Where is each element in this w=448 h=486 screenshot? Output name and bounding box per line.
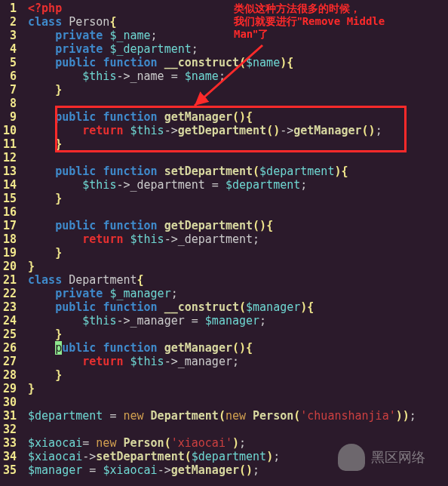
line-number: 27 bbox=[0, 355, 17, 368]
semi: ; bbox=[300, 178, 307, 192]
brace-close: } bbox=[55, 83, 62, 97]
semi: ; bbox=[410, 409, 416, 423]
string-chuanshanjia: 'chuanshanjia' bbox=[300, 409, 395, 423]
prop-name: $_name bbox=[109, 29, 150, 42]
line-number: 21 bbox=[0, 273, 17, 287]
arrow-op: -> bbox=[164, 232, 178, 246]
line-number: 13 bbox=[0, 165, 17, 178]
paren-close: ) bbox=[300, 300, 307, 314]
line-number: 35 bbox=[0, 463, 17, 477]
line-number: 1 bbox=[0, 2, 17, 15]
annotation-line3-en: Man bbox=[234, 28, 253, 40]
line-number: 11 bbox=[0, 137, 17, 151]
semi: ; bbox=[253, 463, 259, 477]
var-xiaocai: $xiaocai bbox=[103, 463, 157, 477]
line-number: 32 bbox=[0, 423, 17, 436]
member-department: _department bbox=[178, 232, 253, 246]
token-php-open: <?php bbox=[28, 2, 62, 15]
token-private: private bbox=[55, 42, 103, 56]
line-number: 26 bbox=[0, 341, 17, 355]
token-class: class bbox=[28, 273, 62, 287]
annotation-line3-suffix: "了 bbox=[253, 28, 268, 40]
token-return: return bbox=[82, 355, 123, 368]
member-department: _department bbox=[130, 178, 205, 192]
paren-close: ) bbox=[266, 450, 273, 463]
annotation-line1: 类似这种方法很多的时候， bbox=[234, 2, 385, 15]
paren-close: ) bbox=[239, 341, 246, 355]
token-function: function bbox=[103, 56, 157, 69]
highlight-box bbox=[55, 106, 407, 152]
semi: ; bbox=[253, 232, 259, 246]
string-xiaocai: 'xiaocai' bbox=[171, 436, 232, 450]
var-department: $department bbox=[192, 450, 266, 463]
paren-open: ( bbox=[253, 219, 259, 232]
var-xiaocai: $xiaocai bbox=[28, 450, 82, 463]
token-function: function bbox=[103, 300, 157, 314]
annotation-line2-prefix: 我们就要进行" bbox=[234, 15, 302, 27]
line-number: 3 bbox=[0, 29, 17, 42]
param-manager: $manager bbox=[246, 300, 300, 314]
brace-open: { bbox=[266, 219, 273, 232]
arrow-op: -> bbox=[116, 178, 130, 192]
line-number: 25 bbox=[0, 328, 17, 341]
this: $this bbox=[82, 178, 116, 192]
var-department: $department bbox=[28, 409, 103, 423]
prop-manager: $_manager bbox=[109, 287, 170, 300]
member-manager: _manager bbox=[178, 355, 232, 368]
line-number: 10 bbox=[0, 124, 17, 137]
paren-open: ( bbox=[232, 341, 239, 355]
token-function: function bbox=[103, 219, 157, 232]
paren-close: ) bbox=[259, 219, 266, 232]
line-number: 12 bbox=[0, 151, 17, 165]
code-area[interactable]: 类似这种方法很多的时候， 我们就要进行"Remove Middle Man"了 … bbox=[21, 0, 448, 486]
brace-open: { bbox=[287, 56, 293, 69]
line-number: 29 bbox=[0, 382, 17, 395]
assign: = bbox=[185, 314, 205, 328]
semi: ; bbox=[151, 29, 158, 42]
member-name: _name bbox=[130, 69, 164, 83]
token-public: public bbox=[55, 56, 96, 69]
paren-close: ) bbox=[403, 409, 410, 423]
brace-open: { bbox=[341, 165, 348, 178]
semi: ; bbox=[273, 450, 280, 463]
brace-open: { bbox=[109, 15, 116, 29]
line-number: 18 bbox=[0, 232, 17, 246]
paren-open: ( bbox=[239, 300, 246, 314]
arrow-op: -> bbox=[116, 314, 130, 328]
line-number: 30 bbox=[0, 395, 17, 409]
brace-open: { bbox=[246, 341, 253, 355]
var-xiaocai: $xiaocai bbox=[28, 436, 82, 450]
line-number: 9 bbox=[0, 110, 17, 124]
annotation-callout: 类似这种方法很多的时候， 我们就要进行"Remove Middle Man"了 bbox=[234, 2, 385, 41]
arrow-op: -> bbox=[116, 69, 130, 83]
call-getmanager: getManager bbox=[171, 463, 239, 477]
method-getdepartment: getDepartment bbox=[164, 219, 253, 232]
token-return: return bbox=[82, 232, 123, 246]
token-new: new bbox=[226, 409, 246, 423]
cursor-caret: p bbox=[55, 341, 62, 355]
call-setdepartment: setDepartment bbox=[96, 450, 184, 463]
paren-close: ) bbox=[232, 436, 239, 450]
annotation-arrow bbox=[187, 45, 278, 110]
paren-close: ) bbox=[280, 56, 287, 69]
arrow-op: -> bbox=[82, 450, 96, 463]
paren-open: ( bbox=[253, 165, 259, 178]
assign: = bbox=[82, 463, 103, 477]
brace-open: { bbox=[137, 273, 144, 287]
line-number: 15 bbox=[0, 192, 17, 205]
assign: = bbox=[103, 409, 123, 423]
brace-close: } bbox=[55, 192, 62, 205]
arrow-op: -> bbox=[164, 355, 178, 368]
line-number: 28 bbox=[0, 368, 17, 382]
line-number: 7 bbox=[0, 83, 17, 97]
brace-open: { bbox=[307, 300, 314, 314]
semi: ; bbox=[239, 436, 246, 450]
line-number: 5 bbox=[0, 56, 17, 69]
assign: = bbox=[164, 69, 185, 83]
line-number: 6 bbox=[0, 69, 17, 83]
paren-close: ) bbox=[396, 409, 403, 423]
line-number: 23 bbox=[0, 300, 17, 314]
line-number: 16 bbox=[0, 205, 17, 219]
paren-open: ( bbox=[219, 409, 226, 423]
semi: ; bbox=[259, 314, 266, 328]
